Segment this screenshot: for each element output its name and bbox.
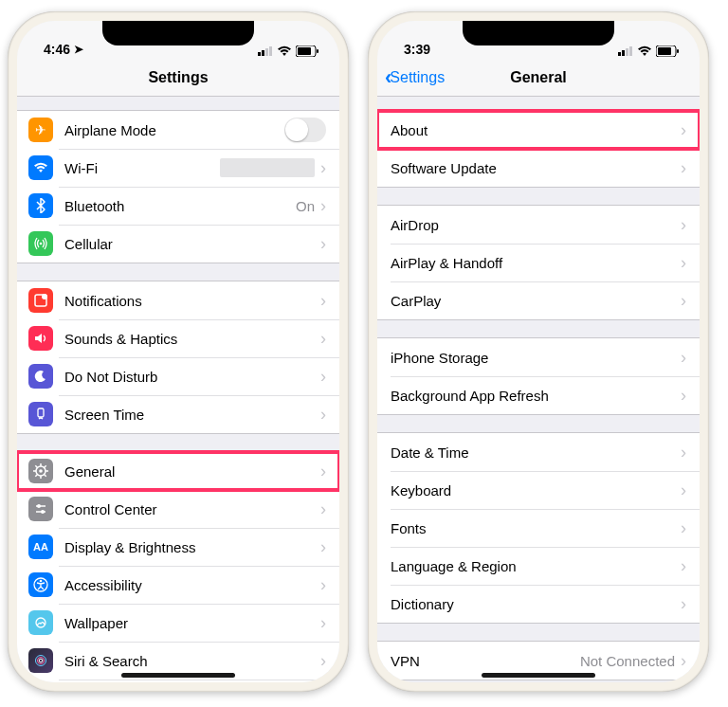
row-label: Date & Time — [391, 444, 681, 461]
row-airplane-mode[interactable]: ✈ Airplane Mode — [17, 111, 339, 149]
svg-line-20 — [45, 465, 46, 467]
battery-icon — [296, 45, 318, 57]
chevron-right-icon: › — [681, 216, 686, 233]
svg-line-19 — [35, 475, 37, 477]
row-label: Airplane Mode — [64, 122, 284, 138]
row-label: About — [391, 122, 681, 138]
display-icon: AA — [28, 535, 53, 559]
svg-rect-1 — [262, 50, 264, 56]
row-language[interactable]: Language & Region › — [377, 547, 700, 585]
svg-line-18 — [45, 475, 46, 477]
row-dnd[interactable]: Do Not Disturb › — [17, 357, 339, 395]
cellular-icon — [28, 231, 53, 256]
row-notifications[interactable]: Notifications › — [17, 281, 339, 319]
location-icon: ➤ — [74, 43, 83, 56]
wifi-value-redacted — [220, 158, 315, 177]
status-time: 3:39 — [404, 42, 430, 57]
airplane-toggle[interactable] — [284, 118, 326, 142]
row-label: Screen Time — [64, 407, 320, 423]
status-time: 4:46 — [44, 42, 70, 57]
wifi-icon — [28, 155, 53, 180]
chevron-right-icon: › — [320, 538, 326, 555]
svg-rect-10 — [38, 408, 44, 417]
svg-point-9 — [42, 294, 47, 299]
chevron-right-icon: › — [320, 652, 326, 669]
row-label: Keyboard — [391, 482, 681, 499]
row-about[interactable]: About › — [377, 111, 700, 149]
svg-line-17 — [35, 465, 37, 467]
row-label: Sounds & Haptics — [64, 331, 320, 347]
svg-point-30 — [39, 659, 43, 662]
row-storage[interactable]: iPhone Storage › — [377, 338, 700, 376]
phone-right: 3:39 ‹ Settings — [368, 11, 709, 692]
row-keyboard[interactable]: Keyboard › — [377, 471, 700, 509]
row-cellular[interactable]: Cellular › — [17, 225, 339, 263]
gear-icon — [28, 459, 53, 483]
chevron-right-icon: › — [320, 576, 326, 593]
chevron-right-icon: › — [320, 197, 326, 214]
chevron-right-icon: › — [320, 368, 326, 385]
general-list[interactable]: About › Software Update › AirDrop › AirP… — [377, 97, 700, 682]
row-accessibility[interactable]: Accessibility › — [17, 566, 339, 604]
svg-rect-0 — [258, 52, 261, 56]
row-faceid[interactable]: Face ID & Passcode › — [17, 680, 339, 682]
svg-point-7 — [40, 243, 43, 245]
row-label: AirDrop — [391, 217, 681, 233]
row-bluetooth[interactable]: Bluetooth On › — [17, 187, 339, 225]
row-label: AirPlay & Handoff — [391, 255, 681, 271]
row-label: Dictionary — [391, 596, 681, 612]
cellular-icon — [258, 46, 273, 56]
svg-point-22 — [37, 504, 41, 508]
row-label: Accessibility — [64, 577, 320, 593]
row-label: Siri & Search — [64, 653, 320, 669]
row-airdrop[interactable]: AirDrop › — [377, 206, 700, 244]
row-general[interactable]: General › — [17, 452, 339, 490]
row-carplay[interactable]: CarPlay › — [377, 281, 700, 319]
row-background-refresh[interactable]: Background App Refresh › — [377, 376, 700, 414]
row-wallpaper[interactable]: Wallpaper › — [17, 604, 339, 642]
chevron-right-icon: › — [681, 444, 686, 461]
chevron-right-icon: › — [320, 159, 326, 176]
chevron-right-icon: › — [320, 330, 326, 347]
chevron-right-icon: › — [681, 121, 686, 138]
notch — [102, 21, 254, 45]
row-sounds[interactable]: Sounds & Haptics › — [17, 319, 339, 357]
chevron-right-icon: › — [681, 159, 686, 176]
row-label: Bluetooth — [64, 198, 296, 214]
bluetooth-icon — [28, 193, 53, 218]
chevron-right-icon: › — [681, 387, 686, 404]
row-software-update[interactable]: Software Update › — [377, 149, 700, 187]
home-indicator[interactable] — [482, 673, 595, 678]
battery-icon — [656, 45, 679, 57]
chevron-right-icon: › — [681, 652, 686, 669]
row-dictionary[interactable]: Dictionary › — [377, 585, 700, 623]
row-airplay[interactable]: AirPlay & Handoff › — [377, 244, 700, 281]
svg-rect-34 — [622, 50, 625, 56]
svg-rect-39 — [677, 49, 679, 53]
row-display[interactable]: AA Display & Brightness › — [17, 528, 339, 566]
page-title: Settings — [148, 69, 208, 86]
chevron-right-icon: › — [681, 557, 686, 574]
svg-rect-38 — [658, 47, 671, 55]
phone-left: 4:46 ➤ Settings — [8, 11, 349, 692]
svg-rect-5 — [298, 47, 311, 55]
back-button[interactable]: ‹ Settings — [385, 59, 445, 96]
svg-rect-33 — [618, 52, 621, 56]
home-indicator[interactable] — [121, 673, 235, 678]
svg-rect-2 — [265, 48, 268, 56]
svg-point-26 — [40, 580, 43, 583]
navbar: ‹ Settings General — [377, 59, 700, 97]
back-label: Settings — [390, 69, 445, 86]
row-date-time[interactable]: Date & Time › — [377, 433, 700, 471]
notifications-icon — [28, 288, 53, 313]
row-label: CarPlay — [391, 293, 681, 309]
row-screentime[interactable]: Screen Time › — [17, 395, 339, 433]
chevron-right-icon: › — [320, 500, 326, 517]
settings-list[interactable]: ✈ Airplane Mode Wi-Fi › — [17, 97, 339, 682]
row-control-center[interactable]: Control Center › — [17, 490, 339, 528]
svg-point-12 — [39, 469, 43, 473]
row-fonts[interactable]: Fonts › — [377, 509, 700, 547]
row-wifi[interactable]: Wi-Fi › — [17, 149, 339, 187]
siri-icon — [28, 648, 53, 673]
chevron-right-icon: › — [320, 235, 326, 252]
